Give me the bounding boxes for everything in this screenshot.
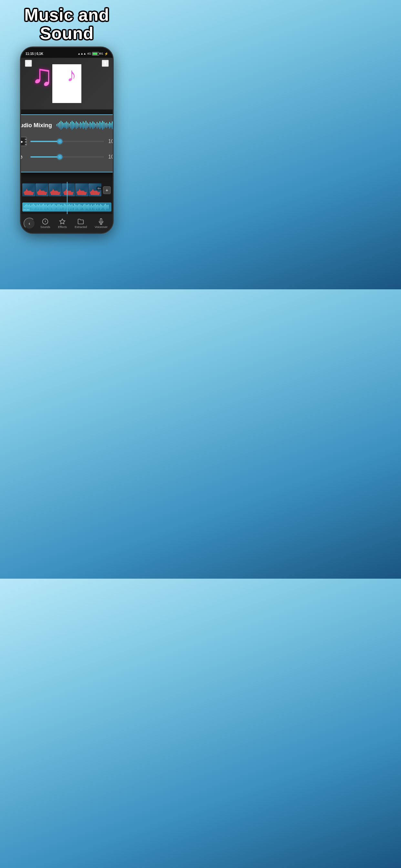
svg-rect-18 [81,123,82,128]
en-label: En [96,187,102,190]
svg-rect-60 [46,205,47,210]
svg-rect-7 [66,121,67,129]
svg-rect-79 [70,205,71,209]
svg-rect-87 [81,205,81,209]
svg-marker-110 [60,219,65,224]
nav-item-sounds[interactable]: Sounds [40,218,50,228]
timeline-area: En + [21,182,113,214]
svg-rect-1 [58,123,59,128]
svg-rect-73 [63,206,63,208]
svg-rect-29 [96,122,97,129]
svg-rect-13 [74,123,75,128]
phone-screen: ✕ ⬆ Audio Mixing [21,58,113,233]
nav-item-effects[interactable]: Effects [58,218,67,228]
svg-rect-12 [73,122,74,129]
svg-rect-33 [102,121,103,130]
add-clip-button[interactable]: + [103,186,111,194]
svg-rect-50 [33,204,34,210]
effects-icon [59,218,66,225]
video-thumb-1 [22,183,35,196]
svg-rect-104 [103,206,103,208]
svg-rect-22 [87,123,88,128]
music-slider-track[interactable] [30,156,104,158]
svg-rect-95 [91,205,92,210]
svg-rect-21 [86,121,87,130]
svg-rect-49 [32,205,32,209]
video-slider-track[interactable] [30,141,104,142]
svg-rect-14 [76,121,77,129]
status-notch [54,48,80,55]
svg-rect-71 [60,205,61,209]
svg-rect-56 [41,206,41,209]
svg-rect-20 [84,123,85,128]
waveform-svg [56,120,113,131]
svg-rect-96 [92,206,93,208]
svg-rect-11 [72,121,73,130]
svg-rect-94 [90,206,90,209]
svg-rect-99 [96,205,97,209]
svg-rect-88 [82,206,83,208]
video-slider-thumb[interactable] [57,139,62,144]
svg-rect-9 [69,124,70,127]
svg-rect-106 [105,204,106,210]
nav-item-extracted[interactable]: Extracted [74,218,87,228]
film-icon: ▶ [21,135,27,147]
nav-item-voiceover[interactable]: Voiceover [95,218,107,228]
svg-rect-37 [108,124,109,127]
close-button[interactable]: ✕ [25,60,32,67]
timeline-playhead [67,182,67,214]
svg-rect-57 [42,205,42,210]
svg-rect-98 [95,204,96,210]
video-thumb-4 [62,183,75,196]
svg-rect-35 [105,123,106,128]
svg-rect-82 [74,204,75,210]
svg-rect-66 [54,204,54,210]
music-slider-thumb[interactable] [57,154,62,159]
top-bar-icons: ✕ ⬆ [21,60,113,67]
video-content [52,64,81,103]
svg-rect-97 [94,205,94,209]
music-note-icon: ♪ [21,153,23,161]
svg-rect-2 [59,122,60,129]
svg-rect-39 [111,123,112,128]
main-title: Music and Sound [0,6,134,42]
upload-button[interactable]: ⬆ [102,60,109,67]
charging-icon: ⚡ [104,52,108,56]
battery-percent: 91 [100,52,103,55]
svg-rect-4 [62,122,63,129]
svg-rect-77 [68,205,68,209]
svg-rect-15 [77,123,78,128]
svg-rect-38 [109,122,110,129]
svg-rect-24 [90,122,91,129]
video-thumb-3 [49,183,62,196]
phone: 11:15 | 0,1K ▲▲▲ 4G 91 ⚡ ✕ ⬆ [20,46,114,234]
svg-rect-75 [65,205,66,210]
audio-mixing-header: Audio Mixing [21,120,113,131]
svg-rect-67 [55,205,56,209]
svg-rect-27 [94,123,95,128]
signal-label: 4G [87,52,91,55]
svg-rect-102 [100,204,101,210]
svg-rect-25 [91,123,92,128]
svg-rect-81 [73,206,73,208]
svg-rect-31 [99,121,100,129]
waveform-container [56,120,113,131]
battery-fill [93,53,97,55]
svg-rect-51 [34,205,35,209]
svg-rect-43 [24,206,25,208]
phone-container: ♫ ♪ 11:15 | 0,1K ▲▲▲ 4G 91 ⚡ ✕ [15,46,119,234]
svg-rect-61 [47,206,48,208]
nav-items: Sounds Effects Extracted [35,218,113,228]
svg-rect-72 [61,205,62,209]
svg-rect-6 [65,123,66,128]
music-note-icon-container: ♪ [21,151,27,163]
sounds-icon [42,218,49,225]
svg-rect-55 [39,204,40,210]
video-thumb-5 [75,183,88,196]
fm-label: fm.etc [24,209,30,211]
svg-rect-36 [106,123,107,128]
battery-indicator [92,52,99,56]
extracted-label: Extracted [74,225,87,228]
voiceover-label: Voiceover [95,225,107,228]
back-button[interactable]: ‹ [24,218,35,229]
